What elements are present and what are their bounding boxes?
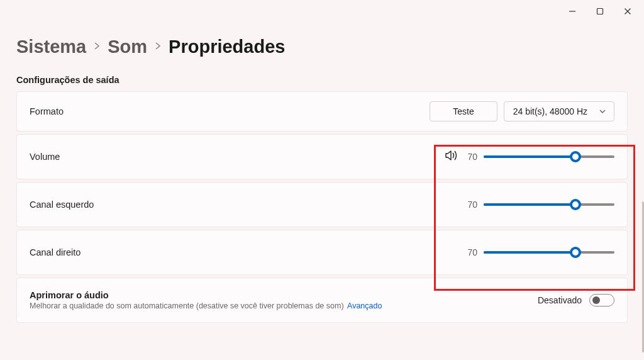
row-right-channel: Canal direito 70 [16,230,628,275]
row-format: Formato Teste 24 bit(s), 48000 Hz [16,91,628,132]
row-format-label: Formato [30,106,64,116]
row-volume-label: Volume [30,152,60,162]
enhance-desc: Melhorar a qualidade do som automaticame… [30,301,382,310]
left-channel-value: 70 [465,200,477,210]
breadcrumb-propriedades: Propriedades [169,37,285,57]
close-icon[interactable] [623,6,633,16]
toggle-label: Desativado [538,295,582,305]
maximize-icon[interactable] [595,6,605,16]
chevron-right-icon [94,40,100,53]
right-channel-slider[interactable] [484,247,614,258]
breadcrumb-som[interactable]: Som [108,37,147,57]
section-heading: Configurações de saída [16,75,628,85]
enhance-toggle[interactable] [589,294,614,307]
format-dropdown[interactable]: 24 bit(s), 48000 Hz [504,101,614,121]
chevron-down-icon [599,108,606,115]
speaker-icon[interactable] [445,149,458,164]
row-volume: Volume 70 [16,134,628,179]
enhance-title: Aprimorar o áudio [30,290,382,300]
svg-rect-1 [597,9,603,14]
test-button[interactable]: Teste [430,101,497,121]
row-right-channel-label: Canal direito [30,247,80,257]
chevron-right-icon [155,40,161,53]
breadcrumb-sistema[interactable]: Sistema [16,37,86,57]
volume-value: 70 [465,152,477,162]
window-controls [567,6,633,16]
breadcrumb: Sistema Som Propriedades [16,37,628,57]
left-channel-slider[interactable] [484,199,614,210]
row-enhance-audio[interactable]: Aprimorar o áudio Melhorar a qualidade d… [16,278,628,323]
format-dropdown-value: 24 bit(s), 48000 Hz [513,106,587,116]
right-channel-value: 70 [465,247,477,257]
row-left-channel-label: Canal esquerdo [30,200,94,210]
advanced-link[interactable]: Avançado [347,301,382,310]
minimize-icon[interactable] [567,6,577,16]
row-left-channel: Canal esquerdo 70 [16,182,628,227]
volume-slider[interactable] [484,151,614,162]
